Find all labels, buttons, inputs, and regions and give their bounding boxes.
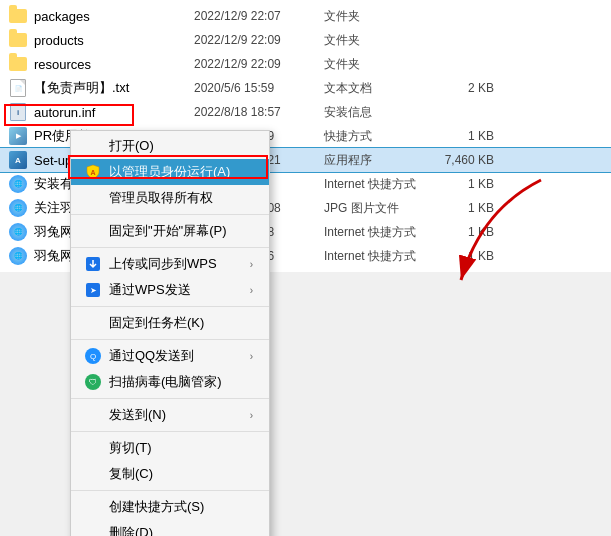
folder-icon xyxy=(8,30,28,50)
menu-item-scan-virus[interactable]: 🛡 扫描病毒(电脑管家) xyxy=(71,369,269,395)
file-size: 1 KB xyxy=(424,249,494,263)
file-type: 文件夹 xyxy=(324,8,424,25)
file-row[interactable]: packages 2022/12/9 22:07 文件夹 xyxy=(0,4,611,28)
file-row[interactable]: resources 2022/12/9 22:09 文件夹 xyxy=(0,52,611,76)
menu-item-open[interactable]: 打开(O) xyxy=(71,133,269,159)
file-type: 快捷方式 xyxy=(324,128,424,145)
internet-icon: 🌐 xyxy=(8,174,28,194)
file-type: Internet 快捷方式 xyxy=(324,248,424,265)
menu-item-label: 通过QQ发送到 xyxy=(109,347,250,365)
menu-item-label: 通过WPS发送 xyxy=(109,281,250,299)
arrow-icon: › xyxy=(250,410,253,421)
menu-divider xyxy=(71,398,269,399)
menu-item-send-wps[interactable]: ➤ 通过WPS发送 › xyxy=(71,277,269,303)
file-type: Internet 快捷方式 xyxy=(324,176,424,193)
file-size: 1 KB xyxy=(424,177,494,191)
wps-send-icon: ➤ xyxy=(83,283,103,297)
context-menu: 打开(O) A 以管理员身份运行(A) 管理员取得所有权 固定到"开始"屏幕(P… xyxy=(70,130,270,536)
file-row[interactable]: 📄 【免责声明】.txt 2020/5/6 15:59 文本文档 2 KB xyxy=(0,76,611,100)
file-size: 7,460 KB xyxy=(424,153,494,167)
folder-icon xyxy=(8,6,28,26)
file-date: 2022/12/9 22:07 xyxy=(194,9,324,23)
qq-icon: Q xyxy=(83,348,103,364)
internet-icon: 🌐 xyxy=(8,222,28,242)
shortcut-icon: ▶ xyxy=(8,126,28,146)
menu-item-label: 以管理员身份运行(A) xyxy=(109,163,253,181)
antivirus-icon: 🛡 xyxy=(83,374,103,390)
menu-item-label: 上传或同步到WPS xyxy=(109,255,250,273)
file-name: 【免责声明】.txt xyxy=(34,79,194,97)
menu-item-label: 复制(C) xyxy=(109,465,253,483)
menu-divider xyxy=(71,490,269,491)
file-type: 应用程序 xyxy=(324,152,424,169)
file-size: 1 KB xyxy=(424,225,494,239)
doc-icon: 📄 xyxy=(8,78,28,98)
shield-icon: A xyxy=(83,164,103,180)
file-name: products xyxy=(34,33,194,48)
wps-upload-icon xyxy=(83,257,103,271)
file-type: 文件夹 xyxy=(324,32,424,49)
menu-item-label: 发送到(N) xyxy=(109,406,250,424)
folder-icon xyxy=(8,54,28,74)
arrow-icon: › xyxy=(250,285,253,296)
file-name: packages xyxy=(34,9,194,24)
menu-item-run-as-admin[interactable]: A 以管理员身份运行(A) xyxy=(71,159,269,185)
menu-item-copy[interactable]: 复制(C) xyxy=(71,461,269,487)
inf-icon: i xyxy=(8,102,28,122)
file-date: 2022/8/18 18:57 xyxy=(194,105,324,119)
menu-item-label: 创建快捷方式(S) xyxy=(109,498,253,516)
menu-divider xyxy=(71,431,269,432)
file-date: 2020/5/6 15:59 xyxy=(194,81,324,95)
menu-item-label: 管理员取得所有权 xyxy=(109,189,253,207)
file-type: Internet 快捷方式 xyxy=(324,224,424,241)
menu-item-label: 剪切(T) xyxy=(109,439,253,457)
menu-item-pin-start[interactable]: 固定到"开始"屏幕(P) xyxy=(71,218,269,244)
file-size: 1 KB xyxy=(424,201,494,215)
svg-text:A: A xyxy=(90,169,95,176)
menu-item-label: 固定到"开始"屏幕(P) xyxy=(109,222,253,240)
file-type: 安装信息 xyxy=(324,104,424,121)
arrow-icon: › xyxy=(250,259,253,270)
menu-item-label: 删除(D) xyxy=(109,524,253,536)
menu-divider xyxy=(71,306,269,307)
menu-item-cut[interactable]: 剪切(T) xyxy=(71,435,269,461)
file-type: 文件夹 xyxy=(324,56,424,73)
menu-divider xyxy=(71,339,269,340)
file-size: 2 KB xyxy=(424,81,494,95)
menu-item-take-ownership[interactable]: 管理员取得所有权 xyxy=(71,185,269,211)
menu-item-create-shortcut[interactable]: 创建快捷方式(S) xyxy=(71,494,269,520)
file-date: 2022/12/9 22:09 xyxy=(194,57,324,71)
file-date: 2022/12/9 22:09 xyxy=(194,33,324,47)
arrow-icon: › xyxy=(250,351,253,362)
internet-icon: 🌐 xyxy=(8,198,28,218)
menu-divider xyxy=(71,247,269,248)
menu-item-label: 扫描病毒(电脑管家) xyxy=(109,373,253,391)
file-row[interactable]: i autorun.inf 2022/8/18 18:57 安装信息 xyxy=(0,100,611,124)
file-type: JPG 图片文件 xyxy=(324,200,424,217)
menu-item-label: 固定到任务栏(K) xyxy=(109,314,253,332)
menu-divider xyxy=(71,214,269,215)
menu-item-delete[interactable]: 删除(D) xyxy=(71,520,269,536)
file-type: 文本文档 xyxy=(324,80,424,97)
menu-item-pin-taskbar[interactable]: 固定到任务栏(K) xyxy=(71,310,269,336)
internet-icon: 🌐 xyxy=(8,246,28,266)
menu-item-upload-wps[interactable]: 上传或同步到WPS › xyxy=(71,251,269,277)
menu-item-label: 打开(O) xyxy=(109,137,253,155)
file-name: autorun.inf xyxy=(34,105,194,120)
file-size: 1 KB xyxy=(424,129,494,143)
exe-icon: A xyxy=(8,150,28,170)
file-name: resources xyxy=(34,57,194,72)
menu-item-send-qq[interactable]: Q 通过QQ发送到 › xyxy=(71,343,269,369)
menu-item-send-to[interactable]: 发送到(N) › xyxy=(71,402,269,428)
file-row[interactable]: products 2022/12/9 22:09 文件夹 xyxy=(0,28,611,52)
